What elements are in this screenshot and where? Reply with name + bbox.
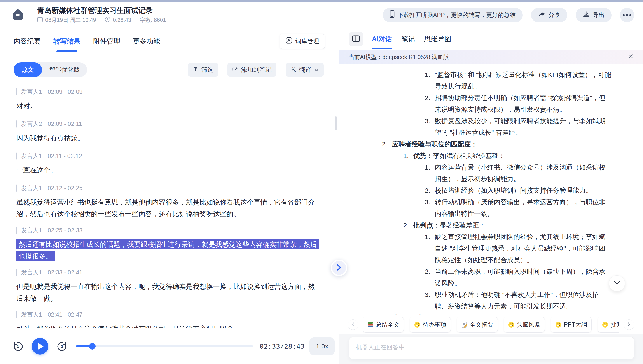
left-tab-bar: 内容纪要转写结果附件管理更多功能 词库管理 — [0, 28, 339, 54]
toggle-original[interactable]: 原文 — [14, 62, 42, 77]
panel-layout-button[interactable] — [349, 32, 363, 46]
translate-icon: 文A — [290, 66, 296, 74]
toggle-optimized[interactable]: 智能优化版 — [42, 62, 87, 77]
speaker-bar — [17, 311, 18, 318]
quick-action-label: PPT大纲 — [564, 321, 587, 328]
phone-icon — [390, 10, 395, 20]
record-duration: 0:28:43 — [105, 16, 131, 24]
speaker-bar — [17, 226, 18, 234]
transcript-text[interactable]: 一直在这个。 — [17, 164, 320, 176]
speaker-label: 发言人1 — [21, 311, 42, 318]
dictionary-icon — [285, 37, 292, 46]
two-pane-icon — [352, 35, 360, 43]
progress-slider[interactable] — [76, 346, 253, 347]
speaker-bar — [17, 88, 18, 96]
left-tab-attachment-manage[interactable]: 附件管理 — [93, 28, 120, 54]
quick-action-ppt-outline[interactable]: PPT大纲 — [551, 317, 592, 332]
chevron-down-icon — [314, 66, 319, 73]
chips-prev-button[interactable] — [348, 320, 358, 330]
transcript-text[interactable]: 可以，那你现在还是在这个海尔消费金融有限公司，是还没有离职是吗？ — [17, 323, 320, 328]
transcript-entry: 发言人202:09 - 02:11因为我觉得有点枯燥。 — [17, 120, 320, 144]
chips-next-button[interactable] — [624, 320, 634, 330]
home-button[interactable] — [13, 9, 23, 21]
chat-input[interactable] — [349, 337, 634, 359]
filter-button[interactable]: 筛选 — [188, 63, 218, 77]
timestamp: 02:09 - 02:09 — [48, 88, 83, 95]
progress-thumb[interactable] — [89, 343, 96, 350]
transcript-text[interactable]: 因为我觉得有点枯燥。 — [17, 132, 320, 144]
ai-model-label: 当前AI模型：deepseek R1 0528 满血版 — [349, 53, 449, 61]
transcript-entry: 发言人102:41 - 02:47可以，那你现在还是在这个海尔消费金融有限公司，… — [17, 311, 320, 328]
speaker-bar — [17, 184, 18, 192]
play-button[interactable] — [32, 338, 48, 354]
transcript-text[interactable]: 但是呃就是我觉得一直在输出这个内容，呃，我觉得确实是我想换一换，比如说换到运营这… — [17, 281, 320, 304]
left-tab-content-summary[interactable]: 内容纪要 — [14, 28, 41, 54]
transcript-scrollbar[interactable] — [335, 116, 337, 130]
download-icon — [583, 11, 590, 19]
smile-icon — [555, 322, 562, 328]
dictionary-manage-button[interactable]: 词库管理 — [279, 34, 325, 49]
home-icon — [13, 9, 23, 21]
left-tab-transcription-result[interactable]: 转写结果 — [53, 28, 81, 54]
right-tab-ai-chat[interactable]: AI对话 — [372, 28, 392, 50]
page-title: 青岛新媒体社群管理实习生面试记录 — [37, 6, 166, 15]
quick-action-brainstorm[interactable]: 头脑风暴 — [504, 317, 545, 332]
rewind-1-button[interactable]: 1 — [12, 340, 24, 352]
smile-icon — [414, 322, 421, 328]
highlighted-text[interactable]: 然后还有比如说校招生成长的话题，我要跟校招生进行采访，就是我感觉这些内容确实非常… — [17, 240, 319, 261]
quick-action-label: 待办事项 — [423, 321, 446, 328]
right-tab-mindmap[interactable]: 思维导图 — [424, 28, 451, 50]
window-top-strip — [0, 0, 643, 2]
add-to-note-button[interactable]: 添加到笔记 — [227, 63, 276, 77]
timestamp: 02:41 - 02:47 — [48, 311, 83, 318]
right-tab-notes[interactable]: 笔记 — [401, 28, 415, 50]
chevron-left-icon — [352, 322, 355, 327]
scroll-to-bottom-button[interactable] — [609, 275, 625, 292]
smile-icon — [602, 322, 608, 328]
chevron-right-icon — [627, 322, 630, 327]
forward-1-button[interactable]: 1 — [56, 340, 68, 352]
timestamp: 02:11 - 02:12 — [48, 153, 82, 160]
transcript-text[interactable]: 对对。 — [17, 100, 320, 112]
share-button[interactable]: 分享 — [531, 8, 567, 22]
clock-icon — [105, 16, 110, 24]
memo-icon — [461, 322, 468, 328]
quick-action-critical[interactable]: 批判性. — [597, 317, 619, 332]
filter-icon — [193, 66, 199, 74]
transcript-text[interactable]: 然后还有比如说校招生成长的话题，我要跟校招生进行采访，就是我感觉这些内容确实非常… — [17, 238, 320, 262]
export-button[interactable]: 导出 — [576, 8, 611, 22]
collapse-panel-button[interactable] — [331, 260, 347, 276]
download-app-button[interactable]: 下载打开听脑APP，更快的转写，更好的总结 — [383, 8, 523, 22]
transcript-entry: 发言人102:33 - 02:41但是呃就是我觉得一直在输出这个内容，呃，我觉得… — [17, 268, 320, 304]
quick-action-summarize-full[interactable]: 总结全文 — [363, 317, 404, 332]
ai-list-item: 2.批判点：显著经验差距： — [339, 219, 611, 231]
transcript-panel: 内容纪要转写结果附件管理更多功能 词库管理 原文 智能优化版 筛选 添加到笔记 … — [0, 28, 339, 364]
quick-action-label: 批判性. — [611, 321, 619, 328]
ai-list-item: 2.招聘协助部分责任不明确（如应聘者需 "探索招聘渠道"，但未说明资源支持或权限… — [339, 92, 611, 115]
word-count: 字数: 8601 — [140, 16, 166, 24]
quick-action-full-abstract[interactable]: 全文摘要 — [457, 317, 498, 332]
speaker-label: 发言人2 — [21, 120, 42, 128]
speaker-label: 发言人1 — [21, 226, 42, 234]
ai-list-item: 2.校招培训经验（如入职培训）间接支持任务管理能力。 — [339, 184, 611, 196]
speaker-label: 发言人1 — [21, 268, 42, 276]
calendar-icon — [37, 16, 43, 24]
smile-icon — [508, 322, 515, 328]
quick-action-todo-items[interactable]: 待办事项 — [410, 317, 451, 332]
play-icon — [38, 343, 44, 350]
chat-input-bar — [339, 334, 643, 364]
banner-close-button[interactable] — [628, 54, 633, 60]
chevron-right-icon — [336, 264, 342, 272]
left-tab-more-features[interactable]: 更多功能 — [133, 28, 160, 54]
ai-list-item: 3.潜在挑战与风险： — [339, 312, 611, 315]
speaker-bar — [17, 269, 18, 276]
transcript-text[interactable]: 虽然我觉得运营小红书也挺有意思，就是他他内容很多，就是比如说你看我这个事情，它有… — [17, 196, 320, 220]
more-options-button[interactable] — [620, 8, 634, 22]
ai-list-item: 3.数据复盘涉及较少，可能限制应聘者技能提升，与李如斌期望的 "社群运营成长" … — [339, 115, 611, 138]
version-toggle: 原文 智能优化版 — [14, 62, 87, 77]
translate-button[interactable]: 文A 翻译 — [286, 63, 324, 77]
share-icon — [538, 11, 545, 19]
books-icon — [367, 322, 374, 328]
note-edit-icon — [232, 66, 238, 74]
playback-speed-button[interactable]: 1.0x — [309, 337, 335, 356]
